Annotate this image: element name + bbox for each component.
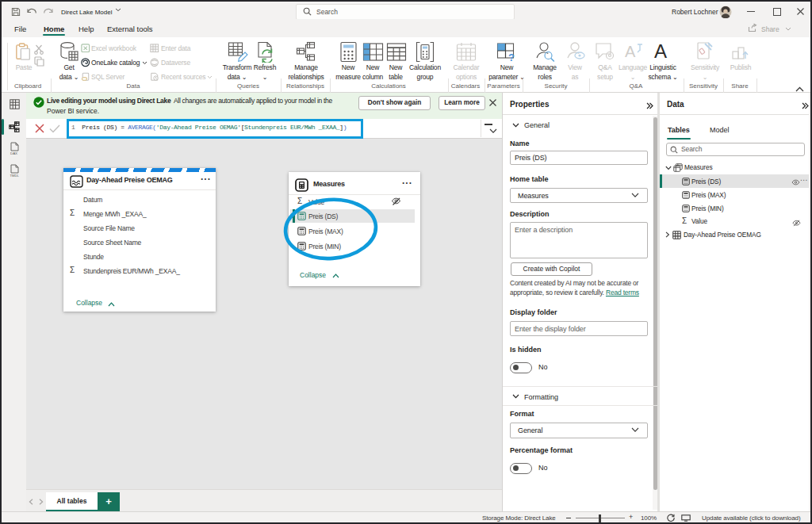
svg-text:?: ?: [508, 52, 515, 62]
svg-text:TMDL: TMDL: [10, 174, 19, 178]
svg-text:A: A: [625, 43, 636, 60]
svg-text:DAX: DAX: [10, 151, 17, 155]
